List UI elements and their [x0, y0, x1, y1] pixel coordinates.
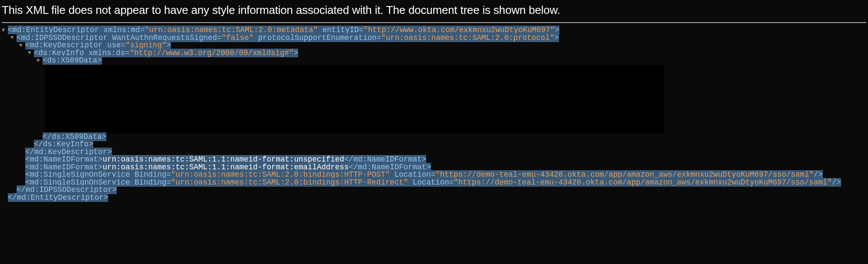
attr-value: "http://www.w3.org/2000/09/xmldsig#": [130, 49, 294, 57]
attr-name: Binding: [130, 178, 167, 187]
x509data-close: </ds:X509Data>: [2, 133, 868, 141]
idpsso-descriptor-close: </md:IDPSSODescriptor>: [2, 186, 868, 194]
sso-service-redirect: <md:SingleSignOnService Binding="urn:oas…: [2, 179, 868, 187]
chevron-down-icon[interactable]: ▼: [36, 58, 43, 63]
attr-value: "urn:oasis:names:tc:SAML:2.0:protocol": [381, 33, 554, 42]
equals: =: [377, 33, 381, 42]
chevron-down-icon[interactable]: ▼: [19, 43, 25, 48]
equals: =: [167, 178, 171, 187]
header-divider: [2, 22, 866, 23]
x509data-open[interactable]: ▼<ds:X509Data>: [2, 57, 868, 65]
tag: <ds:X509Data>: [43, 56, 102, 65]
tag-close: />: [832, 178, 841, 187]
closing-tag: </md:EntityDescriptor>: [8, 193, 108, 202]
chevron-down-icon[interactable]: ▼: [2, 27, 8, 33]
tag-close: >: [294, 49, 299, 57]
key-info-close: </ds:KeyInfo>: [2, 141, 868, 148]
equals: =: [449, 178, 454, 187]
equals: =: [125, 49, 130, 57]
attr-value: "urn:oasis:names:tc:SAML:2.0:bindings:HT…: [171, 178, 408, 187]
attr-name: Location: [408, 178, 449, 187]
attr-name: protocolSupportEnumeration: [253, 33, 377, 42]
redacted-certificate: [45, 65, 664, 133]
chevron-down-icon[interactable]: ▼: [10, 35, 16, 40]
entity-descriptor-close: </md:EntityDescriptor>: [2, 194, 868, 202]
xml-no-style-message: This XML file does not appear to have an…: [0, 0, 868, 22]
key-info-open[interactable]: ▼<ds:KeyInfo xmlns:ds="http://www.w3.org…: [2, 50, 868, 57]
chevron-down-icon[interactable]: ▼: [28, 50, 34, 56]
xml-tree: ▼<md:EntityDescriptor xmlns:md="urn:oasi…: [0, 26, 868, 201]
attr-value: "https://demo-teal-emu-43426.okta.com/ap…: [454, 178, 832, 187]
attr-value: "false": [222, 33, 254, 42]
tag-close: >: [554, 33, 559, 42]
equals: =: [217, 33, 222, 42]
